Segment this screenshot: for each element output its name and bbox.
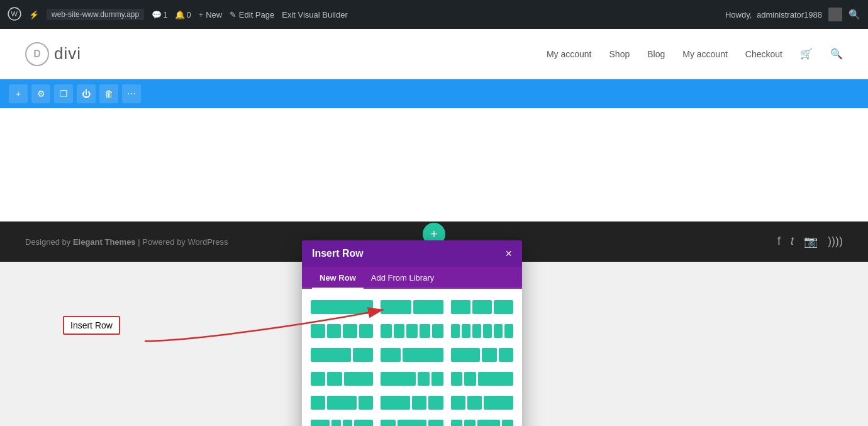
tab-new-row[interactable]: New Row: [312, 267, 364, 289]
edit-page-link[interactable]: ✎ Edit Page: [230, 10, 274, 20]
instagram-icon[interactable]: 📷: [804, 235, 818, 249]
row-layout-option[interactable]: [309, 322, 374, 340]
row-layout-option[interactable]: [450, 345, 515, 364]
wordpress-logo-icon[interactable]: W: [8, 7, 21, 23]
footer-social: f t 📷 )))): [777, 235, 843, 249]
site-logo[interactable]: D divi: [25, 42, 81, 66]
dialog-tabs: New Row Add From Library: [302, 267, 522, 289]
facebook-icon[interactable]: f: [777, 235, 781, 249]
admin-bar-left: W ⚡ web-site-www.dummy.app 💬 1 🔔 0 + New…: [8, 7, 716, 23]
admin-search-icon[interactable]: 🔍: [849, 9, 860, 20]
row-layout-option[interactable]: [379, 345, 444, 364]
dialog-body: [302, 289, 522, 426]
updates-icon: 🔔: [175, 10, 185, 20]
updates-link[interactable]: 🔔 0: [175, 10, 191, 20]
plus-icon: +: [199, 10, 204, 20]
edit-page-label: Edit Page: [239, 10, 274, 20]
nav-my-account-2[interactable]: My account: [682, 49, 728, 59]
row-layout-option[interactable]: [379, 393, 444, 412]
footer-brand: Elegant Themes: [73, 237, 136, 247]
admin-avatar[interactable]: [828, 8, 842, 21]
updates-count: 0: [186, 10, 191, 20]
row-layout-option[interactable]: [309, 345, 374, 364]
row-layout-option[interactable]: [379, 369, 444, 388]
insert-row-dialog: Insert Row × New Row Add From Library: [302, 240, 522, 426]
site-navigation: My account Shop Blog My account Checkout…: [547, 48, 843, 60]
clone-button[interactable]: ❐: [54, 84, 73, 103]
row-layout-option[interactable]: [450, 322, 515, 340]
comments-link[interactable]: 💬 1: [152, 10, 167, 20]
annotation-label: Insert Row: [63, 316, 120, 335]
header-search-icon[interactable]: 🔍: [830, 48, 843, 60]
twitter-icon[interactable]: t: [791, 235, 794, 249]
row-layout-option[interactable]: [309, 417, 374, 426]
footer-text: Designed by Elegant Themes | Powered by …: [25, 237, 228, 247]
admin-bar-right: Howdy, administrator1988 🔍: [725, 8, 860, 21]
nav-my-account-1[interactable]: My account: [547, 49, 592, 59]
row-layout-option[interactable]: [309, 393, 374, 412]
comments-count: 1: [163, 10, 167, 20]
more-button[interactable]: ⋯: [122, 84, 141, 103]
comments-icon: 💬: [152, 10, 162, 20]
dialog-title: Insert Row: [312, 248, 364, 259]
site-url[interactable]: web-site-www.dummy.app: [47, 9, 144, 20]
row-layout-option[interactable]: [309, 298, 374, 317]
row-layout-option[interactable]: [450, 417, 515, 426]
row-layout-option[interactable]: [450, 369, 515, 388]
nav-shop[interactable]: Shop: [609, 49, 630, 59]
vb-toolbar: + ⚙ ❐ ⏻ 🗑 ⋯: [0, 79, 868, 108]
row-layout-option[interactable]: [379, 298, 444, 317]
dialog-close-button[interactable]: ×: [505, 248, 512, 259]
settings-button[interactable]: ⚙: [31, 84, 50, 103]
rss-icon[interactable]: )))): [828, 235, 843, 249]
blaze-icon[interactable]: ⚡: [29, 10, 39, 20]
nav-checkout[interactable]: Checkout: [745, 49, 782, 59]
annotation-area: Insert Row: [63, 316, 120, 335]
toggle-button[interactable]: ⏻: [77, 84, 96, 103]
delete-button[interactable]: 🗑: [99, 84, 118, 103]
exit-builder-link[interactable]: Exit Visual Builder: [282, 10, 348, 20]
cart-icon[interactable]: 🛒: [800, 48, 813, 60]
dialog-header: Insert Row ×: [302, 240, 522, 267]
logo-circle: D: [25, 42, 49, 66]
admin-bar: W ⚡ web-site-www.dummy.app 💬 1 🔔 0 + New…: [0, 0, 868, 29]
page-section: [0, 108, 868, 221]
page-content: + Designed by Elegant Themes | Powered b…: [0, 108, 868, 426]
new-button[interactable]: + New: [199, 10, 223, 20]
new-label: New: [206, 10, 222, 20]
add-section-button[interactable]: +: [9, 84, 28, 103]
pencil-icon: ✎: [230, 10, 236, 20]
row-layout-option[interactable]: [379, 417, 444, 426]
row-layout-option[interactable]: [379, 322, 444, 340]
howdy-text: Howdy, administrator1988: [725, 10, 822, 20]
row-layout-option[interactable]: [450, 393, 515, 412]
tab-add-from-library[interactable]: Add From Library: [364, 267, 442, 289]
row-layout-option[interactable]: [309, 369, 374, 388]
row-layout-option[interactable]: [450, 298, 515, 317]
nav-blog[interactable]: Blog: [647, 49, 665, 59]
svg-text:W: W: [11, 10, 18, 18]
logo-text: divi: [54, 44, 81, 64]
site-header: D divi My account Shop Blog My account C…: [0, 29, 868, 79]
